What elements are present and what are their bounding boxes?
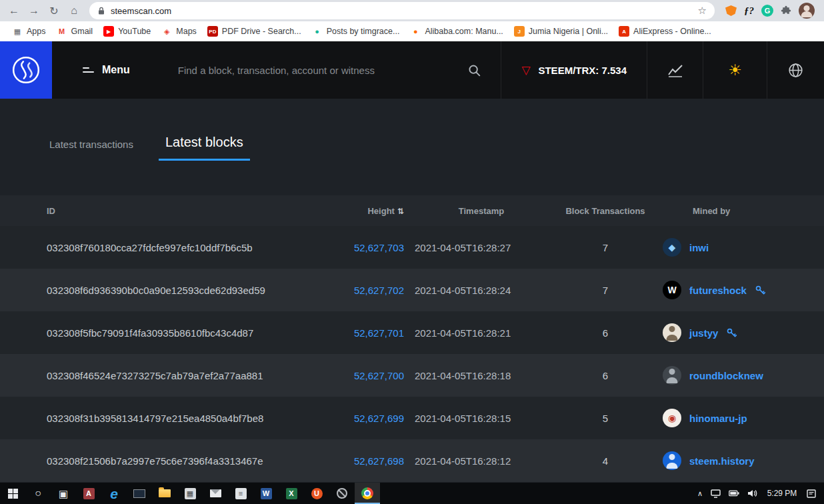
- volume-icon[interactable]: [747, 489, 757, 497]
- market-chart-button[interactable]: [647, 41, 703, 99]
- miner-name-link[interactable]: roundblocknew: [689, 370, 763, 381]
- task-view[interactable]: ▣: [51, 483, 76, 504]
- block-transaction-count: 4: [559, 455, 652, 467]
- edge-browser[interactable]: e: [101, 483, 127, 504]
- blocks-table-header: ID Height⇅ Timestamp Block Transactions …: [0, 195, 824, 226]
- bookmark-item[interactable]: ▦ Apps: [7, 23, 51, 39]
- block-height-link[interactable]: 52,627,701: [354, 327, 404, 339]
- block-timestamp: 2021-04-05T16:28:15: [415, 413, 548, 424]
- header-mined-by: Mined by: [663, 206, 777, 216]
- word-app[interactable]: W: [253, 483, 279, 504]
- miner-avatar[interactable]: [663, 323, 681, 342]
- block-height-link[interactable]: 52,627,700: [354, 370, 404, 381]
- block-table-row: 032308f21506b7a2997e75c6e7396f4a3313467e…: [0, 439, 824, 482]
- bookmark-item[interactable]: A AliExpress - Online...: [613, 23, 717, 39]
- blocked-app[interactable]: [329, 483, 355, 504]
- sort-icon: ⇅: [397, 207, 404, 216]
- search-input[interactable]: [178, 65, 469, 76]
- bookmark-item[interactable]: M Gmail: [51, 23, 99, 39]
- block-table-row: 032308f5fbc79091f4fa30935b8610fbc43c4d87…: [0, 311, 824, 354]
- cortana-search[interactable]: ○: [25, 483, 51, 504]
- sun-icon: ☀: [728, 61, 742, 79]
- bookmark-item[interactable]: ● Alibaba.com: Manu...: [405, 23, 508, 39]
- action-center-icon[interactable]: [807, 489, 816, 498]
- f-extension-icon[interactable]: ƒ?: [744, 5, 754, 17]
- header-block-transactions: Block Transactions: [559, 206, 652, 216]
- block-timestamp: 2021-04-05T16:28:18: [415, 370, 548, 381]
- header-timestamp: Timestamp: [415, 206, 548, 216]
- block-height-link[interactable]: 52,627,699: [354, 413, 404, 424]
- price-label: STEEM/TRX: 7.534: [538, 65, 627, 76]
- extensions-puzzle-icon[interactable]: [781, 5, 791, 16]
- file-explorer[interactable]: [152, 483, 177, 504]
- miner-avatar[interactable]: [663, 451, 681, 470]
- bookmarks-list: ▦ Apps M Gmail ▶ YouTube ◈ Maps PD PDF D…: [7, 23, 717, 39]
- network-icon[interactable]: [711, 489, 721, 498]
- miner-name-link[interactable]: futureshock: [689, 285, 747, 296]
- profile-avatar[interactable]: [799, 3, 815, 19]
- bookmark-item[interactable]: PD PDF Drive - Search...: [202, 23, 307, 39]
- address-bar[interactable]: steemscan.com ☆: [89, 2, 715, 19]
- miner-name-link[interactable]: justyy: [689, 327, 718, 339]
- block-height-link[interactable]: 52,627,702: [354, 285, 404, 296]
- bookmark-item[interactable]: ◈ Maps: [156, 23, 202, 39]
- chrome-browser[interactable]: [355, 483, 380, 504]
- taskbar-apps: ○▣Ae▦≡WXU: [0, 483, 380, 504]
- extensions-area: ƒ? G: [721, 3, 819, 19]
- system-tray: ∧ 5:29 PM: [689, 489, 824, 498]
- block-id: 032308f760180cca27fdcfe997efc10ddf7b6c5b: [47, 242, 313, 253]
- grammarly-icon[interactable]: G: [761, 5, 773, 17]
- miner-name-link[interactable]: hinomaru-jp: [689, 413, 747, 424]
- menu-icon: [83, 67, 94, 73]
- excel-app[interactable]: X: [279, 483, 304, 504]
- header-height[interactable]: Height⇅: [324, 206, 404, 216]
- language-button[interactable]: [767, 41, 824, 99]
- tab-latest-transactions[interactable]: Latest transactions: [47, 139, 136, 161]
- bookmark-item[interactable]: ▶ YouTube: [98, 23, 156, 39]
- menu-label: Menu: [102, 64, 130, 76]
- menu-button[interactable]: Menu: [83, 64, 130, 76]
- home-button[interactable]: ⌂: [65, 2, 83, 19]
- browser-toolbar: ← → ↻ ⌂ steemscan.com ☆ ƒ? G: [0, 0, 824, 21]
- back-button[interactable]: ←: [5, 2, 23, 19]
- hidden-icons-chevron[interactable]: ∧: [697, 489, 703, 498]
- bookmark-label: Apps: [27, 27, 46, 36]
- url-text: steemscan.com: [111, 6, 693, 16]
- bookmark-star-icon[interactable]: ☆: [698, 5, 707, 17]
- bookmark-favicon: PD: [207, 26, 218, 37]
- metamask-icon[interactable]: [725, 5, 737, 16]
- miner-name-link[interactable]: inwi: [689, 242, 709, 253]
- tab-latest-blocks[interactable]: Latest blocks: [159, 135, 250, 161]
- notepad-app[interactable]: ≡: [228, 483, 253, 504]
- block-height-link[interactable]: 52,627,703: [354, 242, 404, 253]
- access-app[interactable]: A: [76, 483, 101, 504]
- calculator-app[interactable]: ▦: [177, 483, 203, 504]
- block-id: 032308f21506b7a2997e75c6e7396f4a3313467e: [47, 455, 313, 467]
- display-app[interactable]: [127, 483, 152, 504]
- mail-app[interactable]: [203, 483, 228, 504]
- bookmark-favicon: ●: [312, 26, 323, 37]
- miner-avatar[interactable]: ◉: [663, 409, 681, 427]
- miner-avatar[interactable]: ◆: [663, 238, 681, 257]
- miner-avatar[interactable]: W: [663, 281, 681, 299]
- bookmark-label: PDF Drive - Search...: [222, 27, 301, 36]
- ubuntu-app[interactable]: U: [304, 483, 329, 504]
- steemscan-logo[interactable]: [0, 41, 52, 99]
- miner-name-link[interactable]: steem.history: [689, 455, 755, 467]
- bookmark-item[interactable]: ● Posts by timgrace...: [307, 23, 405, 39]
- reload-button[interactable]: ↻: [45, 2, 63, 19]
- bookmark-item[interactable]: J Jumia Nigeria | Onli...: [509, 23, 613, 39]
- clock[interactable]: 5:29 PM: [765, 489, 799, 498]
- start-button[interactable]: [0, 483, 25, 504]
- miner-avatar[interactable]: [663, 366, 681, 385]
- forward-button[interactable]: →: [25, 2, 43, 19]
- block-timestamp: 2021-04-05T16:28:21: [415, 327, 548, 339]
- theme-toggle-button[interactable]: ☀: [703, 41, 767, 99]
- battery-icon[interactable]: [729, 490, 739, 497]
- key-icon: [755, 285, 766, 296]
- search-icon[interactable]: [468, 64, 481, 77]
- block-id: 032308f6d936390b0c0a90e12593cde62d93ed59: [47, 285, 313, 296]
- bookmark-label: Alibaba.com: Manu...: [425, 27, 503, 36]
- block-height-link[interactable]: 52,627,698: [354, 455, 404, 467]
- block-transaction-count: 7: [559, 242, 652, 253]
